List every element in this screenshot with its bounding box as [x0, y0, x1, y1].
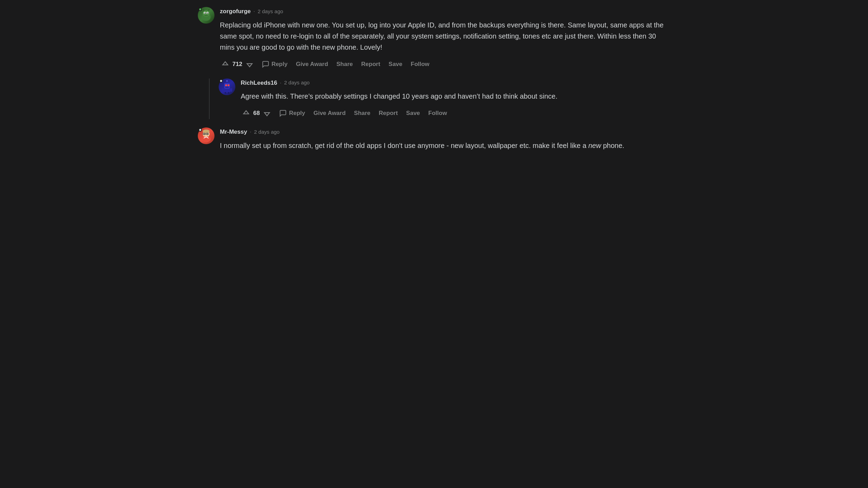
downvote-icon	[246, 60, 253, 68]
downvote-button[interactable]	[262, 108, 272, 118]
report-label: Report	[361, 61, 380, 68]
upvote-icon	[221, 60, 229, 68]
save-button[interactable]: Save	[386, 59, 405, 70]
reply-button[interactable]: Reply	[276, 107, 308, 119]
reply-button[interactable]: Reply	[259, 58, 290, 70]
give-award-label: Give Award	[314, 110, 346, 117]
svg-rect-18	[228, 92, 229, 94]
italic-text: new	[588, 142, 601, 149]
online-indicator	[198, 128, 202, 132]
follow-label: Follow	[411, 61, 430, 68]
svg-point-26	[207, 133, 208, 134]
save-label: Save	[389, 61, 403, 68]
comment-item: Mr-Messy · 2 days ago I normally set up …	[198, 127, 671, 157]
vote-count: 712	[233, 60, 242, 69]
give-award-label: Give Award	[296, 61, 328, 68]
vote-section: 712	[220, 59, 255, 69]
dot-separator: ·	[250, 128, 251, 135]
share-button[interactable]: Share	[351, 108, 373, 119]
reply-icon	[262, 60, 269, 68]
online-indicator	[219, 79, 223, 83]
comment-actions: 68 Reply Give Awar	[241, 107, 671, 119]
svg-rect-16	[230, 88, 232, 92]
upvote-button[interactable]	[241, 108, 251, 118]
svg-marker-7	[208, 9, 210, 11]
comment-item: zorgofurge · 2 days ago Replacing old iP…	[198, 7, 671, 70]
save-button[interactable]: Save	[403, 108, 423, 119]
avatar-wrapper	[198, 127, 214, 157]
give-award-button[interactable]: Give Award	[293, 59, 331, 70]
svg-rect-15	[222, 88, 224, 92]
vote-section: 68	[241, 108, 273, 118]
reply-icon	[279, 109, 287, 117]
comments-container: zorgofurge · 2 days ago Replacing old iP…	[191, 7, 678, 157]
report-button[interactable]: Report	[376, 108, 401, 119]
comment-item-reply: RichLeeds16 · 2 days ago Agree with this…	[219, 78, 671, 119]
reply-label: Reply	[271, 61, 287, 68]
upvote-button[interactable]	[220, 59, 230, 69]
comment-header: RichLeeds16 · 2 days ago	[241, 78, 671, 88]
follow-button[interactable]: Follow	[408, 59, 432, 70]
follow-label: Follow	[428, 110, 447, 117]
comment-text: I normally set up from scratch, get rid …	[220, 140, 671, 151]
comment-actions: 712 Reply Give Awa	[220, 58, 671, 70]
comment-timestamp: 2 days ago	[258, 8, 283, 16]
reply-label: Reply	[289, 110, 305, 117]
share-label: Share	[354, 110, 370, 117]
svg-point-13	[226, 80, 228, 82]
comment-text: Agree with this. There’s probably settin…	[241, 91, 671, 102]
svg-point-5	[207, 13, 208, 14]
share-button[interactable]: Share	[334, 59, 356, 70]
report-label: Report	[379, 110, 398, 117]
svg-rect-11	[228, 84, 229, 86]
dot-separator: ·	[280, 79, 281, 86]
comment-username: RichLeeds16	[241, 78, 277, 88]
chat-icon	[262, 60, 269, 68]
comment-username: zorgofurge	[220, 7, 251, 16]
share-label: Share	[336, 61, 353, 68]
comment-username: Mr-Messy	[220, 127, 247, 137]
comment-content: Mr-Messy · 2 days ago I normally set up …	[220, 127, 671, 157]
svg-rect-10	[225, 84, 227, 86]
downvote-icon	[263, 109, 271, 117]
svg-point-21	[203, 130, 210, 133]
dot-separator: ·	[253, 8, 255, 15]
comment-text: Replacing old iPhone with new one. You s…	[220, 19, 671, 53]
downvote-button[interactable]	[244, 59, 255, 69]
svg-rect-17	[225, 92, 226, 94]
avatar-wrapper	[219, 78, 235, 119]
svg-point-4	[204, 13, 205, 14]
report-button[interactable]: Report	[358, 59, 383, 70]
save-label: Save	[406, 110, 420, 117]
comment-timestamp: 2 days ago	[254, 128, 279, 136]
follow-button[interactable]: Follow	[425, 108, 450, 119]
comment-header: Mr-Messy · 2 days ago	[220, 127, 671, 137]
avatar-wrapper	[198, 7, 214, 70]
chat-icon	[279, 109, 287, 117]
comment-content: RichLeeds16 · 2 days ago Agree with this…	[241, 78, 671, 119]
comment-header: zorgofurge · 2 days ago	[220, 7, 671, 16]
online-indicator	[198, 8, 202, 11]
svg-point-25	[204, 133, 205, 134]
vote-count: 68	[253, 109, 260, 118]
svg-rect-8	[224, 88, 230, 93]
comment-timestamp: 2 days ago	[284, 79, 309, 87]
comment-content: zorgofurge · 2 days ago Replacing old iP…	[220, 7, 671, 70]
give-award-button[interactable]: Give Award	[311, 108, 349, 119]
upvote-icon	[242, 109, 250, 117]
svg-marker-6	[203, 9, 204, 11]
